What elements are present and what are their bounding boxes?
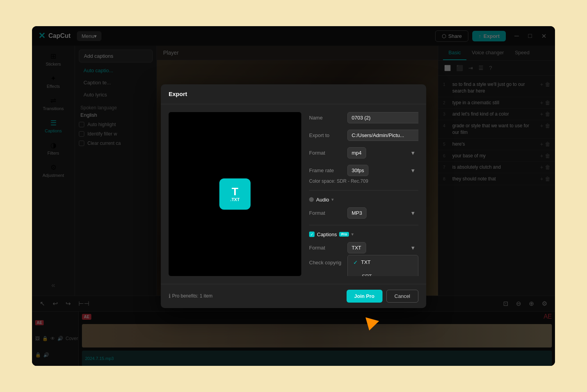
cursor-arrow xyxy=(363,317,379,332)
dropdown-option-txt[interactable]: ✓ TXT xyxy=(348,255,418,269)
captions-expand-icon[interactable]: ▾ xyxy=(351,232,354,237)
audio-format-select-wrapper: MP3 xyxy=(347,207,418,219)
format-select[interactable]: mp4 xyxy=(347,147,366,159)
color-space-text: Color space: SDR - Rec.709 xyxy=(309,178,418,184)
framerate-label: Frame rate xyxy=(309,167,344,173)
audio-expand-icon[interactable]: ▾ xyxy=(331,197,334,202)
app-window: ✕ CapCut Menu▾ ⬡ Share ↑ Export ─ □ ✕ ⊞ … xyxy=(32,26,555,366)
format-row: Format mp4 xyxy=(309,147,418,159)
dropdown-option-srt[interactable]: SRT xyxy=(348,269,418,276)
pro-badge: Pro xyxy=(339,232,349,237)
modal-preview: T .TXT xyxy=(169,112,301,276)
audio-format-label: Format xyxy=(309,210,344,216)
name-label: Name xyxy=(309,115,344,121)
join-pro-button[interactable]: Join Pro xyxy=(347,290,382,303)
export-modal: Export T .TXT Name Ex xyxy=(161,84,426,308)
captions-format-label: Format xyxy=(309,245,344,251)
framerate-row: Frame rate 30fps xyxy=(309,165,418,176)
audio-format-row: Format MP3 xyxy=(309,207,418,219)
export-to-row: Export to 📁 xyxy=(309,130,418,141)
name-row: Name xyxy=(309,112,418,123)
captions-format-dropdown-menu: ✓ TXT SRT xyxy=(347,255,418,276)
checkmark-icon: ✓ xyxy=(353,259,358,265)
captions-check-icon[interactable]: ✓ xyxy=(309,232,315,237)
audio-label: Audio xyxy=(316,197,329,203)
format-select-wrapper: mp4 xyxy=(347,147,418,159)
export-to-input[interactable] xyxy=(347,130,418,141)
captions-format-row: Format TXT SRT ✓ TXT xyxy=(309,242,418,253)
audio-section-header: Audio ▾ xyxy=(309,197,418,203)
info-icon: ℹ xyxy=(169,293,171,299)
footer-buttons: Join Pro Cancel xyxy=(347,290,418,303)
captions-section-header: ✓ Captions Pro ▾ xyxy=(309,232,418,237)
name-input[interactable] xyxy=(347,112,418,123)
captions-label: Captions xyxy=(317,232,337,237)
modal-title: Export xyxy=(169,91,187,97)
modal-body: T .TXT Name Export to 📁 xyxy=(161,104,426,284)
format-label: Format xyxy=(309,150,344,156)
framerate-select-wrapper: 30fps xyxy=(347,165,418,176)
divider-2 xyxy=(309,225,418,225)
modal-footer: ℹ Pro benefits: 1 item Join Pro Cancel xyxy=(161,284,426,308)
framerate-select[interactable]: 30fps xyxy=(347,165,368,176)
cancel-button[interactable]: Cancel xyxy=(386,290,418,303)
modal-settings: Name Export to 📁 Format mp4 xyxy=(301,112,418,276)
modal-overlay: Export T .TXT Name Ex xyxy=(32,26,555,366)
audio-format-select[interactable]: MP3 xyxy=(347,207,366,219)
export-to-label: Export to xyxy=(309,132,344,138)
divider-1 xyxy=(309,190,418,191)
modal-header: Export xyxy=(161,84,426,104)
preview-txt-icon: T .TXT xyxy=(219,178,251,210)
captions-format-select[interactable]: TXT SRT xyxy=(347,242,366,253)
captions-format-dropdown: TXT SRT ✓ TXT S xyxy=(347,242,418,253)
audio-dot xyxy=(309,197,314,202)
pro-benefits-text: ℹ Pro benefits: 1 item xyxy=(169,293,212,299)
check-copyright-label: Check copyrig xyxy=(309,260,344,265)
